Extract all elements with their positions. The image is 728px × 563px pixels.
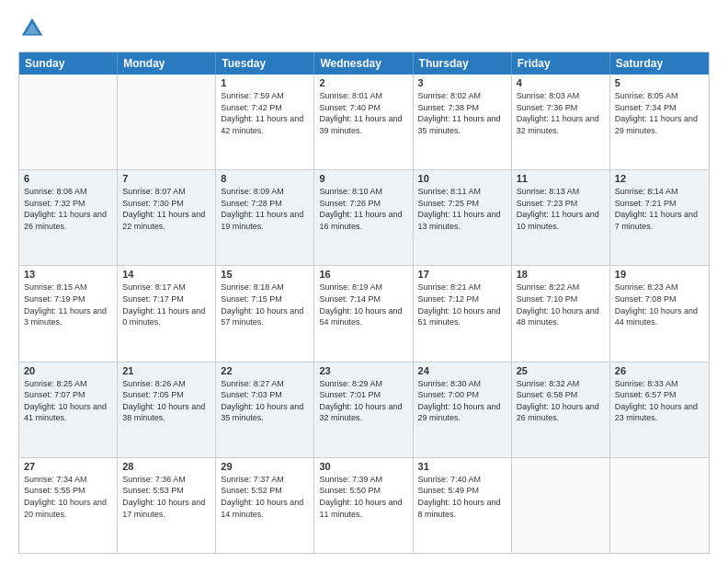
- cal-cell-day-10: 10Sunrise: 8:11 AM Sunset: 7:25 PM Dayli…: [414, 170, 512, 265]
- cell-sun-info: Sunrise: 7:34 AM Sunset: 5:55 PM Dayligh…: [24, 474, 112, 520]
- cal-cell-day-14: 14Sunrise: 8:17 AM Sunset: 7:17 PM Dayli…: [118, 266, 216, 361]
- cal-cell-day-6: 6Sunrise: 8:06 AM Sunset: 7:32 PM Daylig…: [19, 170, 118, 265]
- cell-sun-info: Sunrise: 8:22 AM Sunset: 7:10 PM Dayligh…: [517, 282, 605, 327]
- cell-day-number: 30: [319, 461, 407, 472]
- cell-sun-info: Sunrise: 8:26 AM Sunset: 7:05 PM Dayligh…: [122, 378, 210, 424]
- cal-cell-day-27: 27Sunrise: 7:34 AM Sunset: 5:55 PM Dayli…: [19, 458, 118, 553]
- cell-day-number: 24: [418, 365, 506, 376]
- cell-sun-info: Sunrise: 8:14 AM Sunset: 7:21 PM Dayligh…: [615, 186, 704, 232]
- day-header-tuesday: Tuesday: [216, 52, 314, 75]
- cell-day-number: 25: [517, 365, 605, 376]
- cell-sun-info: Sunrise: 8:11 AM Sunset: 7:25 PM Dayligh…: [418, 186, 506, 232]
- cell-day-number: 17: [418, 269, 506, 280]
- logo: [18, 15, 50, 42]
- cal-cell-day-25: 25Sunrise: 8:32 AM Sunset: 6:58 PM Dayli…: [512, 362, 610, 457]
- cell-sun-info: Sunrise: 7:37 AM Sunset: 5:52 PM Dayligh…: [221, 474, 309, 520]
- cal-cell-day-24: 24Sunrise: 8:30 AM Sunset: 7:00 PM Dayli…: [414, 362, 512, 457]
- cal-cell-day-16: 16Sunrise: 8:19 AM Sunset: 7:14 PM Dayli…: [314, 266, 413, 361]
- cal-cell-day-9: 9Sunrise: 8:10 AM Sunset: 7:26 PM Daylig…: [314, 170, 413, 265]
- calendar-week-4: 20Sunrise: 8:25 AM Sunset: 7:07 PM Dayli…: [19, 362, 709, 458]
- cell-day-number: 3: [418, 77, 506, 88]
- cell-sun-info: Sunrise: 8:23 AM Sunset: 7:08 PM Dayligh…: [615, 282, 704, 327]
- cal-cell-empty: [118, 75, 216, 169]
- cell-sun-info: Sunrise: 8:21 AM Sunset: 7:12 PM Dayligh…: [418, 282, 506, 327]
- day-header-thursday: Thursday: [414, 52, 512, 75]
- cell-sun-info: Sunrise: 8:32 AM Sunset: 6:58 PM Dayligh…: [517, 378, 605, 424]
- cal-cell-day-29: 29Sunrise: 7:37 AM Sunset: 5:52 PM Dayli…: [216, 458, 314, 553]
- cal-cell-day-18: 18Sunrise: 8:22 AM Sunset: 7:10 PM Dayli…: [512, 266, 610, 361]
- cal-cell-day-7: 7Sunrise: 8:07 AM Sunset: 7:30 PM Daylig…: [118, 170, 216, 265]
- cal-cell-day-19: 19Sunrise: 8:23 AM Sunset: 7:08 PM Dayli…: [610, 266, 709, 361]
- cell-day-number: 2: [319, 77, 407, 88]
- cell-sun-info: Sunrise: 8:05 AM Sunset: 7:34 PM Dayligh…: [615, 90, 704, 136]
- day-headers: SundayMondayTuesdayWednesdayThursdayFrid…: [19, 52, 709, 75]
- cal-cell-day-2: 2Sunrise: 8:01 AM Sunset: 7:40 PM Daylig…: [314, 75, 413, 169]
- cell-sun-info: Sunrise: 8:06 AM Sunset: 7:32 PM Dayligh…: [24, 186, 112, 232]
- cell-day-number: 6: [24, 173, 112, 184]
- cell-sun-info: Sunrise: 8:27 AM Sunset: 7:03 PM Dayligh…: [221, 378, 309, 424]
- day-header-sunday: Sunday: [19, 52, 118, 75]
- cal-cell-day-31: 31Sunrise: 7:40 AM Sunset: 5:49 PM Dayli…: [414, 458, 512, 553]
- cell-day-number: 10: [418, 173, 506, 184]
- cell-sun-info: Sunrise: 8:33 AM Sunset: 6:57 PM Dayligh…: [615, 378, 704, 424]
- cal-cell-day-15: 15Sunrise: 8:18 AM Sunset: 7:15 PM Dayli…: [216, 266, 314, 361]
- cal-cell-day-13: 13Sunrise: 8:15 AM Sunset: 7:19 PM Dayli…: [19, 266, 118, 361]
- day-header-monday: Monday: [118, 52, 216, 75]
- cal-cell-day-8: 8Sunrise: 8:09 AM Sunset: 7:28 PM Daylig…: [216, 170, 314, 265]
- cal-cell-day-26: 26Sunrise: 8:33 AM Sunset: 6:57 PM Dayli…: [610, 362, 709, 457]
- day-header-friday: Friday: [512, 52, 610, 75]
- calendar-week-2: 6Sunrise: 8:06 AM Sunset: 7:32 PM Daylig…: [19, 170, 709, 266]
- cell-day-number: 22: [221, 365, 309, 376]
- cell-sun-info: Sunrise: 7:40 AM Sunset: 5:49 PM Dayligh…: [418, 474, 506, 520]
- cell-sun-info: Sunrise: 8:15 AM Sunset: 7:19 PM Dayligh…: [24, 282, 112, 327]
- cal-cell-empty: [512, 458, 610, 553]
- cal-cell-day-21: 21Sunrise: 8:26 AM Sunset: 7:05 PM Dayli…: [118, 362, 216, 457]
- cal-cell-day-30: 30Sunrise: 7:39 AM Sunset: 5:50 PM Dayli…: [314, 458, 413, 553]
- cell-sun-info: Sunrise: 8:10 AM Sunset: 7:26 PM Dayligh…: [319, 186, 407, 232]
- cell-day-number: 23: [319, 365, 407, 376]
- cell-sun-info: Sunrise: 8:02 AM Sunset: 7:38 PM Dayligh…: [418, 90, 506, 136]
- cal-cell-day-22: 22Sunrise: 8:27 AM Sunset: 7:03 PM Dayli…: [216, 362, 314, 457]
- cell-sun-info: Sunrise: 8:13 AM Sunset: 7:23 PM Dayligh…: [517, 186, 605, 232]
- cell-sun-info: Sunrise: 8:18 AM Sunset: 7:15 PM Dayligh…: [221, 282, 309, 327]
- cell-day-number: 8: [221, 173, 309, 184]
- cal-cell-empty: [19, 75, 118, 169]
- cal-cell-day-12: 12Sunrise: 8:14 AM Sunset: 7:21 PM Dayli…: [610, 170, 709, 265]
- page: SundayMondayTuesdayWednesdayThursdayFrid…: [0, 0, 728, 563]
- logo-icon: [18, 15, 46, 42]
- cell-sun-info: Sunrise: 8:17 AM Sunset: 7:17 PM Dayligh…: [122, 282, 210, 327]
- cell-day-number: 21: [122, 365, 210, 376]
- cell-day-number: 28: [122, 461, 210, 472]
- cell-day-number: 29: [221, 461, 309, 472]
- cell-day-number: 5: [615, 77, 704, 88]
- calendar-week-5: 27Sunrise: 7:34 AM Sunset: 5:55 PM Dayli…: [19, 458, 709, 553]
- cal-cell-day-3: 3Sunrise: 8:02 AM Sunset: 7:38 PM Daylig…: [414, 75, 512, 169]
- cell-day-number: 18: [517, 269, 605, 280]
- cell-day-number: 4: [517, 77, 605, 88]
- day-header-wednesday: Wednesday: [314, 52, 413, 75]
- cell-sun-info: Sunrise: 8:09 AM Sunset: 7:28 PM Dayligh…: [221, 186, 309, 232]
- cell-day-number: 16: [319, 269, 407, 280]
- cell-sun-info: Sunrise: 8:29 AM Sunset: 7:01 PM Dayligh…: [319, 378, 407, 424]
- cal-cell-day-4: 4Sunrise: 8:03 AM Sunset: 7:36 PM Daylig…: [512, 75, 610, 169]
- cell-sun-info: Sunrise: 7:39 AM Sunset: 5:50 PM Dayligh…: [319, 474, 407, 520]
- cell-sun-info: Sunrise: 8:01 AM Sunset: 7:40 PM Dayligh…: [319, 90, 407, 136]
- cell-day-number: 26: [615, 365, 704, 376]
- cell-day-number: 1: [221, 77, 309, 88]
- cell-sun-info: Sunrise: 7:36 AM Sunset: 5:53 PM Dayligh…: [122, 474, 210, 520]
- cal-cell-day-5: 5Sunrise: 8:05 AM Sunset: 7:34 PM Daylig…: [610, 75, 709, 169]
- header: [18, 15, 710, 42]
- cell-day-number: 11: [517, 173, 605, 184]
- cell-sun-info: Sunrise: 8:25 AM Sunset: 7:07 PM Dayligh…: [24, 378, 112, 424]
- calendar-week-1: 1Sunrise: 7:59 AM Sunset: 7:42 PM Daylig…: [19, 75, 709, 170]
- cell-day-number: 7: [122, 173, 210, 184]
- cell-day-number: 9: [319, 173, 407, 184]
- calendar-week-3: 13Sunrise: 8:15 AM Sunset: 7:19 PM Dayli…: [19, 266, 709, 362]
- cell-sun-info: Sunrise: 8:30 AM Sunset: 7:00 PM Dayligh…: [418, 378, 506, 424]
- cell-day-number: 20: [24, 365, 112, 376]
- cell-day-number: 15: [221, 269, 309, 280]
- cell-sun-info: Sunrise: 8:19 AM Sunset: 7:14 PM Dayligh…: [319, 282, 407, 327]
- cell-sun-info: Sunrise: 8:03 AM Sunset: 7:36 PM Dayligh…: [517, 90, 605, 136]
- cal-cell-day-20: 20Sunrise: 8:25 AM Sunset: 7:07 PM Dayli…: [19, 362, 118, 457]
- cell-day-number: 27: [24, 461, 112, 472]
